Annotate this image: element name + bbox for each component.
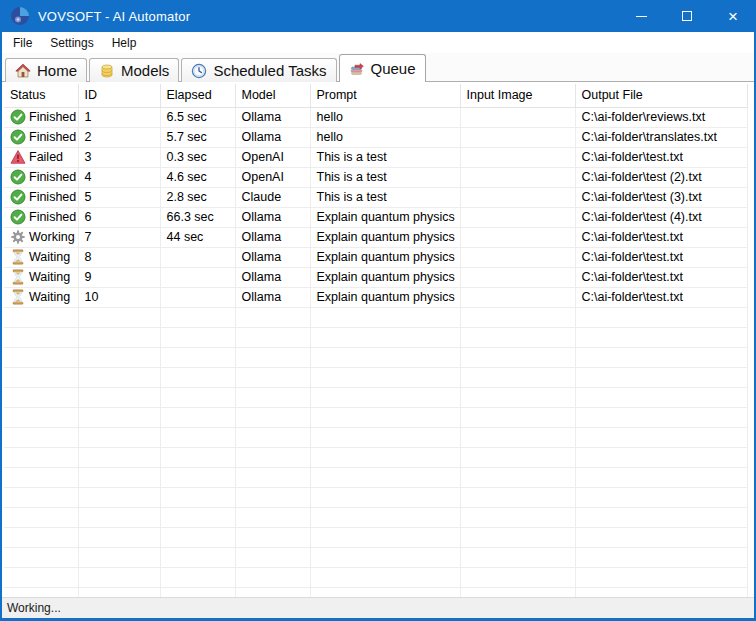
minimize-icon [636,16,647,17]
cell-output-file: C:\ai-folder\reviews.txt [575,107,747,127]
column-header-elapsed[interactable]: Elapsed [160,84,235,107]
cell-input-image [460,267,575,287]
empty-table-row [4,367,747,387]
table-row[interactable]: Finished 6 66.3 sec Ollama Explain quant… [4,207,747,227]
empty-table-row [4,547,747,567]
queue-table-body: Finished 1 6.5 sec Ollama hello C:\ai-fo… [4,107,747,597]
title-bar: VOVSOFT - AI Automator × [0,0,756,32]
cell-id: 6 [78,207,160,227]
close-button[interactable]: × [710,0,756,32]
empty-table-row [4,487,747,507]
cell-id: 10 [78,287,160,307]
app-logo-icon [10,6,30,26]
empty-table-row [4,387,747,407]
cell-elapsed: 66.3 sec [160,207,235,227]
waiting-status-icon [10,249,26,265]
cell-elapsed [160,287,235,307]
menu-help[interactable]: Help [103,34,146,52]
table-row[interactable]: Finished 1 6.5 sec Ollama hello C:\ai-fo… [4,107,747,127]
menu-file[interactable]: File [4,34,41,52]
cell-model: Ollama [235,247,310,267]
table-row[interactable]: Waiting 10 Ollama Explain quantum physic… [4,287,747,307]
cell-model: Claude [235,187,310,207]
cell-output-file: C:\ai-folder\test (2).txt [575,167,747,187]
cell-input-image [460,107,575,127]
waiting-status-icon [10,269,26,285]
empty-table-row [4,307,747,327]
cell-output-file: C:\ai-folder\test.txt [575,247,747,267]
cell-output-file: C:\ai-folder\test.txt [575,287,747,307]
empty-table-row [4,407,747,427]
column-header-id[interactable]: ID [78,84,160,107]
empty-table-row [4,327,747,347]
close-icon: × [728,8,738,25]
maximize-button[interactable] [664,0,710,32]
cell-input-image [460,227,575,247]
tab-home[interactable]: Home [5,58,87,82]
minimize-button[interactable] [618,0,664,32]
empty-table-row [4,567,747,587]
table-row[interactable]: Failed 3 0.3 sec OpenAI This is a test C… [4,147,747,167]
status-label: Finished [29,110,76,124]
table-row[interactable]: Waiting 9 Ollama Explain quantum physics… [4,267,747,287]
cell-id: 4 [78,167,160,187]
tab-queue-label: Queue [371,60,416,77]
cell-elapsed [160,247,235,267]
column-header-model[interactable]: Model [235,84,310,107]
status-label: Waiting [29,290,70,304]
tab-models[interactable]: Models [89,58,179,82]
cell-elapsed: 2.8 sec [160,187,235,207]
cell-id: 3 [78,147,160,167]
cell-output-file: C:\ai-folder\test (3).txt [575,187,747,207]
cell-output-file: C:\ai-folder\test.txt [575,227,747,247]
cell-prompt: This is a test [310,147,460,167]
empty-table-row [4,527,747,547]
queue-table-container: Status ID Elapsed Model Prompt Input Ima… [2,82,754,597]
cell-input-image [460,187,575,207]
column-header-status[interactable]: Status [4,84,78,107]
cell-model: Ollama [235,107,310,127]
column-header-output-file[interactable]: Output File [575,84,747,107]
cell-output-file: C:\ai-folder\translates.txt [575,127,747,147]
table-row[interactable]: Waiting 8 Ollama Explain quantum physics… [4,247,747,267]
cell-elapsed [160,267,235,287]
cell-prompt: hello [310,127,460,147]
tab-home-label: Home [37,62,77,79]
menu-settings[interactable]: Settings [41,34,102,52]
tab-scheduled-tasks-label: Scheduled Tasks [213,62,326,79]
column-header-input-image[interactable]: Input Image [460,84,575,107]
cell-output-file: C:\ai-folder\test.txt [575,267,747,287]
cell-input-image [460,167,575,187]
finished-status-icon [10,169,26,185]
cell-elapsed: 44 sec [160,227,235,247]
column-header-prompt[interactable]: Prompt [310,84,460,107]
cell-elapsed: 6.5 sec [160,107,235,127]
cell-prompt: Explain quantum physics [310,227,460,247]
table-row[interactable]: Finished 5 2.8 sec Claude This is a test… [4,187,747,207]
empty-table-row [4,347,747,367]
working-status-icon [10,229,26,245]
cell-model: Ollama [235,207,310,227]
cell-id: 8 [78,247,160,267]
cell-id: 9 [78,267,160,287]
tab-queue[interactable]: Queue [339,54,426,82]
cell-elapsed: 4.6 sec [160,167,235,187]
status-label: Finished [29,170,76,184]
waiting-status-icon [10,289,26,305]
status-label: Waiting [29,270,70,284]
status-label: Finished [29,210,76,224]
status-label: Finished [29,130,76,144]
table-row[interactable]: Finished 4 4.6 sec OpenAI This is a test… [4,167,747,187]
maximize-icon [682,11,692,21]
cell-input-image [460,127,575,147]
cell-model: OpenAI [235,167,310,187]
finished-status-icon [10,129,26,145]
cell-prompt: Explain quantum physics [310,207,460,227]
empty-table-row [4,587,747,597]
tab-scheduled-tasks[interactable]: Scheduled Tasks [181,58,336,82]
table-row[interactable]: Finished 2 5.7 sec Ollama hello C:\ai-fo… [4,127,747,147]
status-bar-text: Working... [7,601,61,615]
cell-elapsed: 5.7 sec [160,127,235,147]
table-row[interactable]: Working 7 44 sec Ollama Explain quantum … [4,227,747,247]
failed-status-icon [10,149,26,165]
